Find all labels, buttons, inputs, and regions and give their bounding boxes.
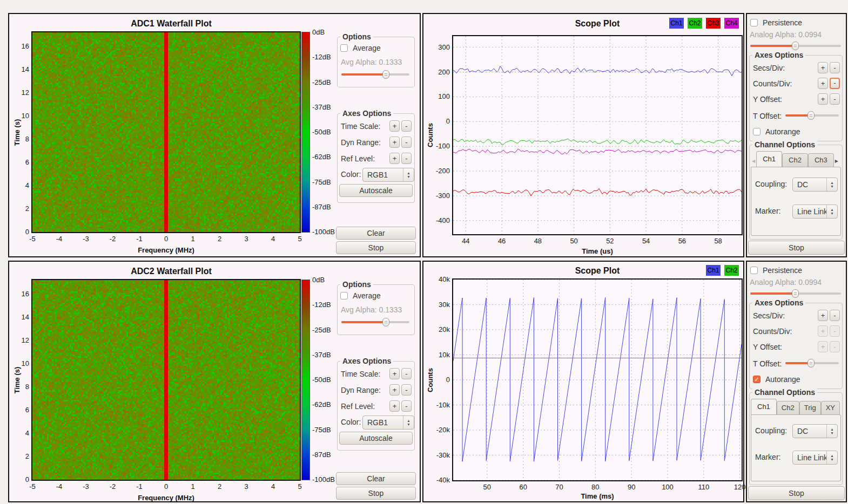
avg-alpha-slider[interactable] <box>341 318 409 326</box>
ref-level-plus-button[interactable]: + <box>389 400 400 412</box>
average-checkbox[interactable] <box>340 292 348 299</box>
average-checkbox[interactable] <box>340 44 348 52</box>
y-tick-label: 4 <box>15 430 29 437</box>
legend-chip-ch3: Ch3 <box>706 18 721 29</box>
time-scale-plus-button[interactable]: + <box>389 368 400 379</box>
y-tick-label: 14 <box>15 66 29 73</box>
y-offset-minus-button[interactable]: - <box>830 341 840 352</box>
waterfall-heatmap[interactable] <box>31 279 301 481</box>
t-offset-slider[interactable] <box>785 111 839 120</box>
spinner-arrows-icon[interactable]: ▴▾ <box>403 416 414 429</box>
autorange-checkbox[interactable] <box>753 128 760 135</box>
color-select[interactable]: RGB1 ▴▾ <box>362 416 414 430</box>
dyn-range-minus-button[interactable]: - <box>401 384 412 396</box>
gnuradio-qtgui-window: ADC1 Waterfall Plot Time (s) Frequency (… <box>0 0 848 504</box>
x-tick-label: 100 <box>659 483 676 491</box>
marker-select[interactable]: Line Link ▴▾ <box>792 205 838 219</box>
secs-div-minus-button[interactable]: - <box>830 62 840 73</box>
secs-div-minus-button[interactable]: - <box>830 310 840 321</box>
spin-down-icon[interactable]: ▾ <box>831 185 833 188</box>
time-scale-minus-button[interactable]: - <box>401 368 412 379</box>
spin-down-icon[interactable]: ▾ <box>407 175 409 179</box>
ref-level-minus-button[interactable]: - <box>401 153 412 164</box>
secs-div-plus-button[interactable]: + <box>818 310 828 321</box>
ref-level-plus-button[interactable]: + <box>389 153 400 164</box>
counts-div-plus-button[interactable]: + <box>818 325 828 337</box>
autoscale-button[interactable]: Autoscale <box>339 432 413 445</box>
tab-ch2[interactable]: Ch2 <box>777 401 799 414</box>
avg-alpha-slider[interactable] <box>341 70 409 79</box>
tab-ch2[interactable]: Ch2 <box>782 153 808 167</box>
slider-handle[interactable] <box>792 42 799 50</box>
spin-down-icon[interactable]: ▾ <box>407 423 409 426</box>
stop-button[interactable]: Stop <box>336 241 416 254</box>
color-select[interactable]: RGB1 ▴▾ <box>362 168 414 182</box>
colorbar-tick-label: -37dB <box>312 351 342 359</box>
time-scale-minus-button[interactable]: - <box>401 120 412 132</box>
autoscale-button[interactable]: Autoscale <box>339 184 413 197</box>
spinner-arrows-icon[interactable]: ▴▾ <box>826 425 837 438</box>
analog-alpha-slider[interactable] <box>750 42 841 50</box>
dyn-range-minus-button[interactable]: - <box>401 137 412 148</box>
coupling-value: DC <box>793 178 826 191</box>
slider-handle[interactable] <box>807 359 815 367</box>
time-scale-plus-button[interactable]: + <box>389 120 400 132</box>
colorbar-tick-label: -12dB <box>312 53 342 61</box>
tab-ch3[interactable]: Ch3 <box>808 153 834 167</box>
persistence-checkbox[interactable] <box>750 267 758 274</box>
slider-handle[interactable] <box>382 70 389 79</box>
y-offset-minus-button[interactable]: - <box>830 93 840 105</box>
x-tick-label: -1 <box>132 235 147 243</box>
marker-select[interactable]: Line Link ▴▾ <box>792 451 838 465</box>
y-tick-label: 16 <box>15 290 29 298</box>
tab-trig[interactable]: Trig <box>799 401 821 414</box>
scope-plot-canvas[interactable] <box>452 35 743 235</box>
scope2-panel: Scope Plot Ch1Ch2 Counts Time (ms) 50607… <box>422 261 744 502</box>
spin-down-icon[interactable]: ▾ <box>831 212 833 215</box>
dyn-range-plus-button[interactable]: + <box>389 137 400 148</box>
slider-handle[interactable] <box>807 111 815 120</box>
stop-button[interactable]: Stop <box>748 241 845 255</box>
color-label: Color: <box>341 418 361 426</box>
t-offset-slider[interactable] <box>785 359 839 367</box>
x-tick-label: 4 <box>266 235 281 243</box>
scope-plot-canvas[interactable] <box>452 278 743 481</box>
counts-div-plus-button[interactable]: + <box>818 78 828 89</box>
coupling-select[interactable]: DC ▴▾ <box>792 424 838 438</box>
x-tick-label: -4 <box>52 235 67 243</box>
x-tick-label: 60 <box>515 483 532 491</box>
colorbar-tick-label: -75dB <box>312 426 342 434</box>
tab-ch1[interactable]: Ch1 <box>756 151 782 167</box>
spin-down-icon[interactable]: ▾ <box>831 458 833 461</box>
stop-button[interactable]: Stop <box>748 486 845 500</box>
autorange-checkbox[interactable]: ✓ <box>753 376 760 383</box>
dyn-range-plus-button[interactable]: + <box>389 384 400 396</box>
coupling-select[interactable]: DC ▴▾ <box>792 178 838 192</box>
spinner-arrows-icon[interactable]: ▴▾ <box>826 178 837 191</box>
ref-level-minus-button[interactable]: - <box>401 400 412 412</box>
y-offset-plus-button[interactable]: + <box>818 341 828 352</box>
counts-div-minus-button[interactable]: - <box>830 325 840 337</box>
x-tick-label: 2 <box>212 483 227 491</box>
waterfall-heatmap[interactable] <box>31 31 301 233</box>
spinner-arrows-icon[interactable]: ▴▾ <box>403 168 414 181</box>
counts-div-minus-button[interactable]: - <box>830 78 840 89</box>
tab-scroll-left-icon[interactable]: ◀ <box>751 159 756 167</box>
secs-div-plus-button[interactable]: + <box>818 62 828 73</box>
stop-button[interactable]: Stop <box>336 487 416 500</box>
y-tick-label: -20k <box>429 426 450 434</box>
persistence-checkbox[interactable] <box>750 19 758 26</box>
tab-scroll-right-icon[interactable]: ▶ <box>834 159 839 167</box>
spinner-arrows-icon[interactable]: ▴▾ <box>826 205 837 218</box>
tab-ch1[interactable]: Ch1 <box>751 399 777 414</box>
slider-handle[interactable] <box>382 318 389 326</box>
spinner-arrows-icon[interactable]: ▴▾ <box>826 451 837 464</box>
tab-xy[interactable]: XY <box>821 401 840 414</box>
y-offset-plus-button[interactable]: + <box>818 93 828 105</box>
clear-button[interactable]: Clear <box>336 227 416 240</box>
color-select-value: RGB1 <box>363 416 403 429</box>
clear-button[interactable]: Clear <box>336 472 416 485</box>
analog-alpha-slider[interactable] <box>750 289 841 298</box>
slider-handle[interactable] <box>792 289 799 298</box>
spin-down-icon[interactable]: ▾ <box>831 431 833 435</box>
